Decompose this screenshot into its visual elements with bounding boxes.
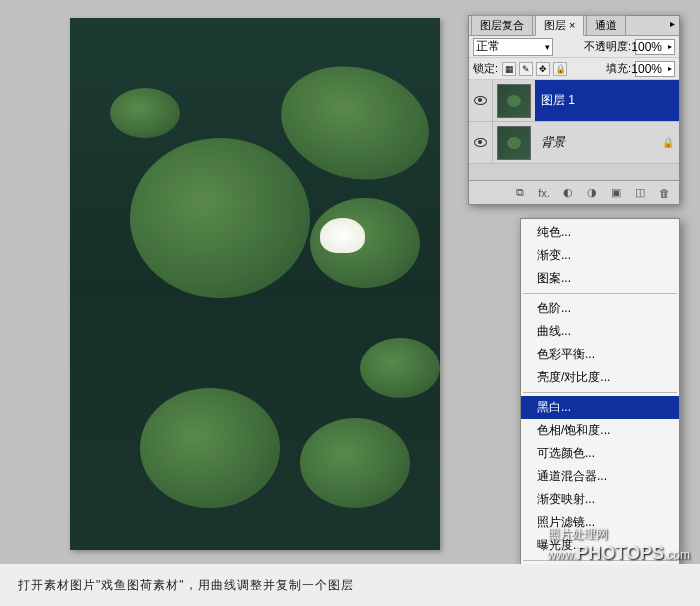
lock-label: 锁定: bbox=[473, 61, 498, 76]
watermark-tld: .com bbox=[664, 548, 690, 562]
watermark: 照片处理网 www.PHOTOPS.com bbox=[548, 525, 690, 564]
document-canvas[interactable] bbox=[70, 18, 440, 550]
menu-channel-mixer[interactable]: 通道混合器... bbox=[521, 465, 679, 488]
delete-layer-icon[interactable]: 🗑 bbox=[655, 185, 673, 201]
lock-position-icon[interactable]: ✥ bbox=[536, 62, 550, 76]
link-layers-icon[interactable]: ⧉ bbox=[511, 185, 529, 201]
blend-mode-value: 正常 bbox=[476, 38, 500, 55]
panel-footer: ⧉ fx. ◐ ◑ ▣ ◫ 🗑 bbox=[469, 180, 679, 204]
menu-color-balance[interactable]: 色彩平衡... bbox=[521, 343, 679, 366]
opacity-input[interactable]: 100% bbox=[635, 39, 675, 55]
image-content bbox=[70, 18, 440, 550]
lock-transparency-icon[interactable]: ▦ bbox=[502, 62, 516, 76]
menu-brightness-contrast[interactable]: 亮度/对比度... bbox=[521, 366, 679, 389]
blend-opacity-row: 正常 不透明度: 100% bbox=[469, 36, 679, 58]
layer-lock-indicator: 🔒 bbox=[657, 137, 679, 148]
menu-levels[interactable]: 色阶... bbox=[521, 297, 679, 320]
tab-channels[interactable]: 通道 bbox=[586, 15, 626, 35]
watermark-cn: 照片处理网 bbox=[548, 527, 608, 541]
lock-icon: 🔒 bbox=[662, 137, 674, 148]
opacity-label: 不透明度: bbox=[584, 39, 631, 54]
lock-fill-row: 锁定: ▦ ✎ ✥ 🔒 填充: 100% bbox=[469, 58, 679, 80]
layer-thumbnail[interactable] bbox=[493, 80, 535, 121]
caption-text: 打开素材图片"戏鱼图荷素材"，用曲线调整并复制一个图层 bbox=[18, 577, 354, 594]
panel-menu-icon[interactable]: ▸ bbox=[670, 18, 675, 29]
menu-gradient-map[interactable]: 渐变映射... bbox=[521, 488, 679, 511]
menu-gradient[interactable]: 渐变... bbox=[521, 244, 679, 267]
lock-all-icon[interactable]: 🔒 bbox=[553, 62, 567, 76]
add-mask-icon[interactable]: ◐ bbox=[559, 185, 577, 201]
menu-black-white[interactable]: 黑白... bbox=[521, 396, 679, 419]
menu-hue-saturation[interactable]: 色相/饱和度... bbox=[521, 419, 679, 442]
menu-curves[interactable]: 曲线... bbox=[521, 320, 679, 343]
layer-row[interactable]: 图层 1 bbox=[469, 80, 679, 122]
layer-visibility-toggle[interactable] bbox=[469, 80, 493, 121]
layer-visibility-toggle[interactable] bbox=[469, 122, 493, 163]
layers-list: 图层 1 背景 🔒 bbox=[469, 80, 679, 180]
layers-panel: 图层复合 图层 × 通道 ▸ 正常 不透明度: 100% 锁定: ▦ ✎ ✥ 🔒… bbox=[468, 15, 680, 205]
fill-label: 填充: bbox=[606, 61, 631, 76]
caption-bar: 打开素材图片"戏鱼图荷素材"，用曲线调整并复制一个图层 bbox=[0, 564, 700, 606]
lock-paint-icon[interactable]: ✎ bbox=[519, 62, 533, 76]
eye-icon bbox=[474, 138, 487, 147]
new-group-icon[interactable]: ▣ bbox=[607, 185, 625, 201]
eye-icon bbox=[474, 96, 487, 105]
tab-layer-comps[interactable]: 图层复合 bbox=[471, 15, 533, 35]
tab-layers[interactable]: 图层 × bbox=[535, 15, 584, 36]
new-layer-icon[interactable]: ◫ bbox=[631, 185, 649, 201]
layer-name[interactable]: 背景 bbox=[535, 122, 657, 163]
watermark-url: www. bbox=[548, 548, 577, 562]
layer-thumbnail[interactable] bbox=[493, 122, 535, 163]
blend-mode-select[interactable]: 正常 bbox=[473, 38, 553, 56]
menu-pattern[interactable]: 图案... bbox=[521, 267, 679, 290]
menu-separator bbox=[523, 293, 677, 294]
fill-input[interactable]: 100% bbox=[635, 61, 675, 77]
panel-tab-bar: 图层复合 图层 × 通道 ▸ bbox=[469, 16, 679, 36]
menu-separator bbox=[523, 392, 677, 393]
adjustment-layer-icon[interactable]: ◑ bbox=[583, 185, 601, 201]
layer-name[interactable]: 图层 1 bbox=[535, 80, 679, 121]
menu-selective-color[interactable]: 可选颜色... bbox=[521, 442, 679, 465]
watermark-brand: PHOTOPS bbox=[576, 543, 664, 563]
layer-style-icon[interactable]: fx. bbox=[535, 185, 553, 201]
layer-row[interactable]: 背景 🔒 bbox=[469, 122, 679, 164]
menu-solid-color[interactable]: 纯色... bbox=[521, 221, 679, 244]
